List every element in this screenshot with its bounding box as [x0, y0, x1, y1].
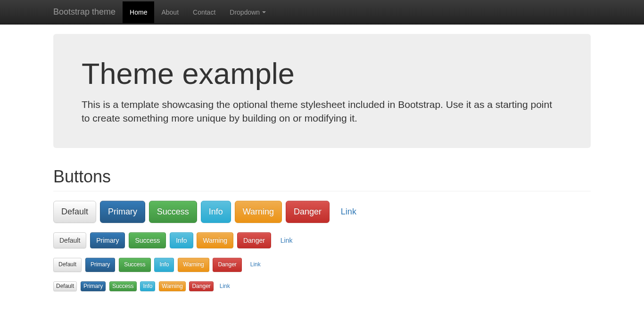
- success-button[interactable]: Success: [149, 201, 197, 223]
- default-button[interactable]: Default: [53, 232, 86, 248]
- button-row-lg: Default Primary Success Info Warning Dan…: [53, 201, 591, 223]
- default-button[interactable]: Default: [53, 258, 82, 271]
- section-heading: Buttons: [53, 167, 591, 187]
- danger-button[interactable]: Danger: [237, 232, 271, 248]
- jumbotron-title: Theme example: [82, 57, 562, 90]
- nav-item-label: Dropdown: [230, 8, 260, 16]
- nav-item-dropdown[interactable]: Dropdown: [223, 1, 273, 23]
- info-button[interactable]: Info: [201, 201, 231, 223]
- default-button[interactable]: Default: [53, 201, 96, 223]
- primary-button[interactable]: Primary: [85, 258, 115, 271]
- page-header-buttons: Buttons: [53, 167, 591, 191]
- nav-item-contact[interactable]: Contact: [186, 1, 223, 23]
- warning-button[interactable]: Warning: [197, 232, 233, 248]
- danger-button[interactable]: Danger: [213, 258, 241, 271]
- button-row-xs: Default Primary Success Info Warning Dan…: [53, 281, 591, 291]
- jumbotron: Theme example This is a template showcas…: [53, 34, 591, 148]
- link-button[interactable]: Link: [246, 258, 265, 271]
- button-row-sm: Default Primary Success Info Warning Dan…: [53, 258, 591, 271]
- success-button[interactable]: Success: [119, 258, 150, 271]
- info-button[interactable]: Info: [154, 258, 174, 271]
- success-button[interactable]: Success: [129, 232, 166, 248]
- navbar: Bootstrap theme Home About Contact Dropd…: [0, 0, 644, 25]
- default-button[interactable]: Default: [53, 281, 77, 291]
- primary-button[interactable]: Primary: [100, 201, 145, 223]
- link-button[interactable]: Link: [217, 282, 232, 291]
- warning-button[interactable]: Warning: [159, 281, 185, 291]
- chevron-down-icon: [262, 11, 266, 13]
- success-button[interactable]: Success: [109, 281, 136, 291]
- nav-item-about[interactable]: About: [154, 1, 186, 23]
- info-button[interactable]: Info: [170, 232, 193, 248]
- nav-item-home[interactable]: Home: [123, 1, 154, 23]
- warning-button[interactable]: Warning: [235, 201, 282, 223]
- danger-button[interactable]: Danger: [286, 201, 330, 223]
- navbar-brand[interactable]: Bootstrap theme: [46, 0, 123, 24]
- warning-button[interactable]: Warning: [178, 258, 209, 271]
- danger-button[interactable]: Danger: [189, 281, 213, 291]
- primary-button[interactable]: Primary: [90, 232, 125, 248]
- info-button[interactable]: Info: [140, 281, 155, 291]
- primary-button[interactable]: Primary: [81, 281, 106, 291]
- link-button[interactable]: Link: [333, 201, 364, 223]
- link-button[interactable]: Link: [275, 233, 298, 248]
- button-row-md: Default Primary Success Info Warning Dan…: [53, 232, 591, 248]
- jumbotron-text: This is a template showcasing the option…: [82, 98, 562, 125]
